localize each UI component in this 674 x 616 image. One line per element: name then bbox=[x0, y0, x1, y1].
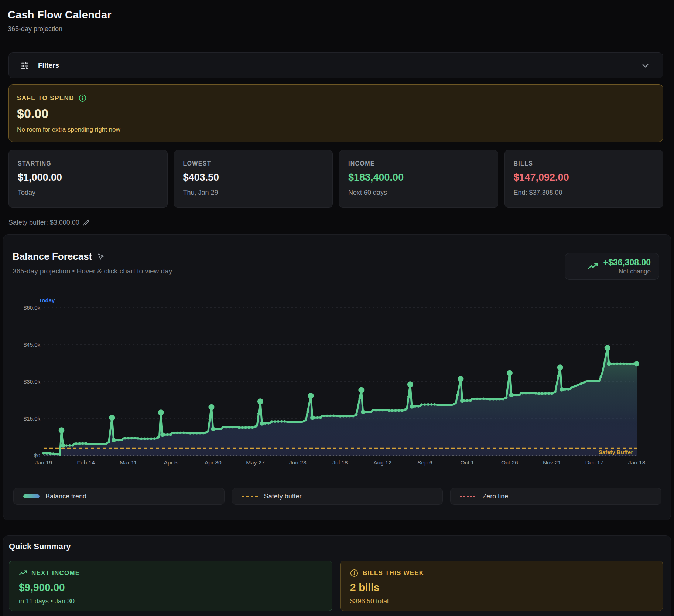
balance-trend-swatch bbox=[23, 494, 40, 498]
net-change-label: Net change bbox=[603, 268, 651, 275]
next-income-card: NEXT INCOME $9,900.00 in 11 days • Jan 3… bbox=[9, 561, 332, 611]
legend-label: Zero line bbox=[482, 493, 508, 500]
next-income-value: $9,900.00 bbox=[19, 582, 332, 593]
info-icon[interactable] bbox=[79, 94, 86, 102]
alert-circle-icon bbox=[350, 569, 358, 577]
svg-text:Jan 19: Jan 19 bbox=[35, 459, 52, 466]
trending-up-icon bbox=[19, 569, 27, 577]
net-change-value: +$36,308.00 bbox=[603, 258, 651, 268]
safe-to-spend-note: No room for extra spending right now bbox=[17, 126, 663, 133]
svg-text:Jul 18: Jul 18 bbox=[332, 459, 348, 466]
legend-label: Safety buffer bbox=[264, 493, 302, 500]
stat-value: $1,000.00 bbox=[18, 172, 167, 183]
svg-text:Jun 23: Jun 23 bbox=[289, 459, 307, 466]
svg-text:Aug 12: Aug 12 bbox=[373, 459, 391, 466]
legend-item-zero-line: Zero line bbox=[450, 488, 661, 505]
net-change-badge: +$36,308.00 Net change bbox=[565, 253, 659, 280]
stats-row: STARTING $1,000.00 Today LOWEST $403.50 … bbox=[8, 150, 663, 208]
bills-week-label: BILLS THIS WEEK bbox=[363, 569, 424, 577]
svg-text:May 27: May 27 bbox=[246, 459, 265, 466]
legend-item-balance-trend: Balance trend bbox=[13, 488, 225, 505]
stat-label: INCOME bbox=[348, 160, 498, 167]
svg-text:$60.0k: $60.0k bbox=[24, 304, 41, 311]
svg-text:Sep 6: Sep 6 bbox=[417, 459, 432, 466]
stat-card-income: INCOME $183,400.00 Next 60 days bbox=[339, 150, 498, 208]
zero-line-swatch bbox=[460, 496, 476, 497]
sliders-icon bbox=[21, 61, 29, 70]
safety-buffer-swatch bbox=[242, 496, 258, 497]
bills-this-week-card: BILLS THIS WEEK 2 bills $396.50 total bbox=[340, 561, 663, 611]
next-income-label: NEXT INCOME bbox=[31, 569, 80, 577]
svg-text:Oct 1: Oct 1 bbox=[461, 459, 474, 466]
stat-value: $183,400.00 bbox=[348, 172, 498, 183]
svg-text:Feb 14: Feb 14 bbox=[77, 459, 95, 466]
stat-card-starting: STARTING $1,000.00 Today bbox=[8, 150, 168, 208]
mouse-pointer-icon bbox=[97, 253, 105, 261]
safe-to-spend-label: SAFE TO SPEND bbox=[17, 95, 74, 102]
chevron-down-icon[interactable] bbox=[641, 61, 650, 70]
stat-value: $147,092.00 bbox=[514, 172, 663, 183]
edit-pencil-icon[interactable] bbox=[83, 219, 89, 226]
stat-label: STARTING bbox=[18, 160, 167, 167]
svg-text:Jan 18: Jan 18 bbox=[628, 459, 646, 466]
svg-text:Mar 11: Mar 11 bbox=[120, 459, 137, 466]
forecast-title: Balance Forecast bbox=[13, 251, 92, 262]
svg-text:Nov 21: Nov 21 bbox=[543, 459, 561, 466]
svg-text:Dec 17: Dec 17 bbox=[585, 459, 603, 466]
forecast-subtitle: 365-day projection • Hover & click chart… bbox=[13, 267, 172, 275]
stat-card-bills: BILLS $147,092.00 End: $37,308.00 bbox=[504, 150, 664, 208]
quick-summary-panel: Quick Summary NEXT INCOME $9,900.00 in 1… bbox=[3, 535, 671, 616]
bills-week-value: 2 bills bbox=[350, 582, 663, 593]
next-income-sub: in 11 days • Jan 30 bbox=[19, 598, 332, 605]
balance-forecast-panel: $60.0k$45.0k$30.0k$15.0k$0TodaySafety Bu… bbox=[3, 234, 671, 520]
svg-text:Apr 5: Apr 5 bbox=[164, 459, 178, 466]
bills-week-sub: $396.50 total bbox=[350, 598, 663, 605]
legend-item-safety-buffer: Safety buffer bbox=[232, 488, 443, 505]
svg-text:$15.0k: $15.0k bbox=[24, 415, 41, 422]
svg-text:Safety Buffer: Safety Buffer bbox=[599, 449, 633, 455]
stat-card-lowest: LOWEST $403.50 Thu, Jan 29 bbox=[174, 150, 333, 208]
safe-to-spend-value: $0.00 bbox=[17, 106, 663, 121]
trending-up-icon bbox=[588, 261, 598, 272]
stat-label: LOWEST bbox=[183, 160, 333, 167]
svg-text:Today: Today bbox=[39, 297, 55, 303]
page-title: Cash Flow Calendar bbox=[8, 9, 112, 21]
stat-sub: Today bbox=[18, 189, 167, 197]
svg-text:$0: $0 bbox=[34, 452, 40, 459]
quick-summary-title: Quick Summary bbox=[9, 542, 71, 551]
svg-text:$30.0k: $30.0k bbox=[24, 378, 41, 385]
safety-buffer-note: Safety buffer: $3,000.00 bbox=[8, 219, 79, 227]
page-subtitle: 365-day projection bbox=[8, 25, 62, 33]
safe-to-spend-card: SAFE TO SPEND $0.00 No room for extra sp… bbox=[8, 84, 663, 142]
chart-legend: Balance trend Safety buffer Zero line bbox=[13, 488, 661, 505]
stat-sub: Thu, Jan 29 bbox=[183, 189, 333, 197]
svg-text:$45.0k: $45.0k bbox=[24, 341, 41, 348]
svg-text:Apr 30: Apr 30 bbox=[205, 459, 222, 466]
svg-text:Oct 26: Oct 26 bbox=[501, 459, 518, 466]
filters-expander[interactable]: Filters bbox=[8, 52, 663, 78]
stat-value: $403.50 bbox=[183, 172, 333, 183]
stat-label: BILLS bbox=[514, 160, 663, 167]
legend-label: Balance trend bbox=[45, 493, 86, 500]
stat-sub: End: $37,308.00 bbox=[514, 189, 663, 197]
stat-sub: Next 60 days bbox=[348, 189, 498, 197]
filters-label: Filters bbox=[38, 61, 59, 69]
